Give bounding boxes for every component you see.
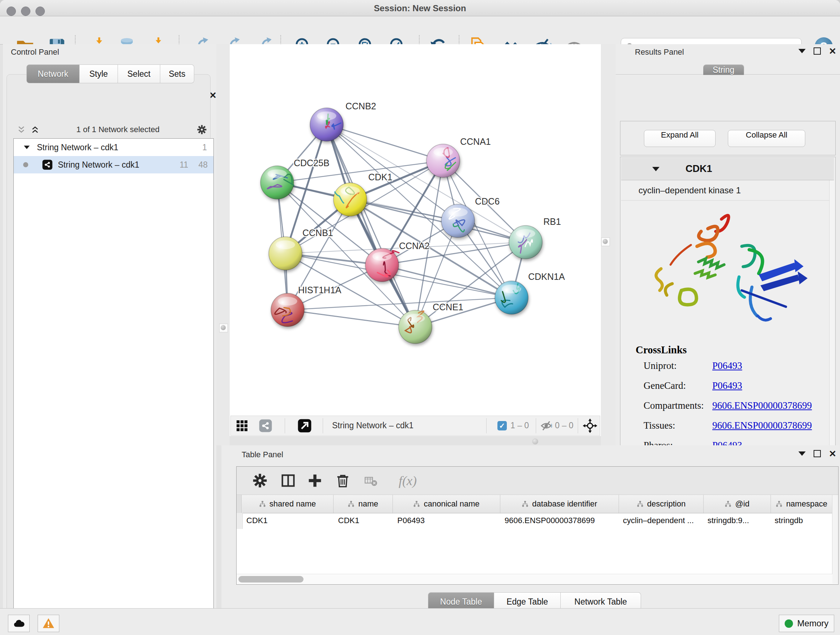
node-CDKN1A[interactable] (495, 281, 528, 314)
network-node-count: 11 (180, 160, 188, 170)
column-header-database-identifier[interactable]: database identifier (500, 495, 619, 513)
crosslink-link[interactable]: P06493 (712, 380, 742, 391)
tab-string[interactable]: String (703, 65, 744, 75)
network-collection-row[interactable]: String Network – cdk1 1 (14, 139, 213, 156)
crosslink-row: Tissues:9606.ENSP00000378699 (644, 416, 833, 435)
entry-expander-icon[interactable] (652, 167, 660, 171)
node-label-CCNA1: CCNA1 (460, 136, 491, 147)
selected-checkbox-icon[interactable]: ✓ (497, 421, 507, 431)
collapse-all-button[interactable]: Collapse All (728, 130, 805, 147)
edge-CCNB2-RB1[interactable] (327, 125, 526, 242)
column-header-shared-name[interactable]: shared name (242, 495, 333, 513)
column-header-description[interactable]: description (619, 495, 704, 513)
create-column-icon[interactable] (307, 472, 323, 489)
hidden-counts: 0 – 0 (555, 421, 573, 431)
table-cell[interactable]: 9606.ENSP00000378699 (501, 513, 619, 529)
tab-style[interactable]: Style (80, 65, 118, 83)
node-CDC25B[interactable] (261, 166, 294, 199)
entry-header[interactable]: CDK1 (621, 158, 834, 180)
node-CCNE1[interactable] (399, 310, 432, 344)
main-toolbar: ? (0, 16, 840, 44)
table-cell[interactable]: cyclin–dependent ... (619, 513, 704, 529)
column-header-canonical-name[interactable]: canonical name (393, 495, 500, 513)
node-gloss (516, 229, 535, 238)
edge-HIST1H1A-CCNE1[interactable] (287, 310, 415, 327)
tab-network[interactable]: Network (27, 65, 80, 83)
left-splitter[interactable] (216, 44, 230, 445)
separator (486, 418, 486, 433)
table-cell[interactable]: stringdb (771, 513, 832, 529)
node-CCNA1[interactable] (426, 144, 460, 177)
expand-all-button[interactable]: Expand All (644, 130, 715, 147)
results-entry-panel: CDK1 cyclin–dependent kinase 1 (620, 157, 836, 469)
node-CDK1[interactable] (333, 183, 367, 216)
table-row[interactable]: CDK1CDK1P064939606.ENSP00000378699cyclin… (237, 513, 832, 529)
column-header--id[interactable]: @id (704, 495, 771, 513)
network-canvas[interactable]: CCNB2CCNA1CDC25BCDK1CDC6RB1CCNB1CCNA2CDK… (230, 44, 601, 437)
edge-CCNB2-CCNA1[interactable] (327, 125, 443, 161)
table-cell[interactable]: CDK1 (243, 513, 335, 529)
panel-menu-icon[interactable] (798, 451, 806, 456)
right-splitter[interactable] (601, 44, 617, 445)
entry-description: cyclin–dependent kinase 1 (621, 180, 834, 201)
panel-close-icon[interactable]: ✕ (829, 450, 836, 457)
memory-button[interactable]: Memory (779, 615, 834, 632)
network-graph[interactable]: CCNB2CCNA1CDC25BCDK1CDC6RB1CCNB1CCNA2CDK… (230, 44, 601, 416)
network-row[interactable]: String Network – cdk1 11 48 (14, 156, 213, 173)
table-cell[interactable]: P06493 (393, 513, 501, 529)
table-panel: Table Panel ✕ f(x) shared namenamecanoni… (221, 445, 840, 608)
collapse-all-networks-icon[interactable] (17, 125, 26, 134)
right-splitter-handle[interactable] (601, 238, 610, 246)
node-label-CCNB1: CCNB1 (302, 228, 333, 238)
results-scrollbar[interactable] (829, 180, 835, 467)
show-columns-icon[interactable] (280, 472, 296, 489)
expand-all-networks-icon[interactable] (31, 125, 39, 134)
separator (578, 418, 578, 433)
node-CCNB2[interactable] (310, 108, 343, 141)
column-type-icon (413, 501, 420, 508)
open-in-window-icon[interactable] (297, 418, 312, 433)
grid-view-icon[interactable] (235, 419, 248, 432)
cloud-button[interactable] (8, 615, 30, 632)
scrollbar-thumb[interactable] (238, 576, 303, 583)
column-header-namespace[interactable]: namespace (771, 495, 832, 513)
node-gloss (276, 241, 295, 249)
crosslink-label: Tissues: (644, 420, 712, 431)
delete-column-trash-icon[interactable] (335, 472, 351, 489)
table-horizontal-scrollbar[interactable] (237, 574, 832, 584)
crosslink-link[interactable]: 9606.ENSP00000378699 (712, 400, 812, 411)
table-vertical-scrollbar[interactable] (832, 495, 838, 584)
share-view-icon[interactable] (259, 419, 272, 432)
node-CDC6[interactable] (441, 204, 475, 238)
node-CCNB1[interactable] (269, 237, 302, 270)
horizontal-splitter-handle[interactable] (532, 439, 538, 445)
column-header-name[interactable]: name (333, 495, 393, 513)
hidden-eye-icon[interactable] (540, 420, 552, 432)
table-cell[interactable]: CDK1 (335, 513, 394, 529)
edge-CCNB2-CCNE1[interactable] (327, 125, 415, 327)
node-RB1[interactable] (509, 226, 542, 259)
node-HIST1H1A[interactable] (271, 293, 304, 326)
entry-name: CDK1 (685, 163, 712, 174)
panel-menu-icon[interactable] (798, 49, 806, 53)
left-splitter-handle[interactable] (219, 324, 228, 333)
collection-expander-icon[interactable] (24, 146, 30, 149)
tab-select[interactable]: Select (118, 65, 160, 83)
row-header (237, 513, 243, 529)
crosslink-link[interactable]: P06493 (712, 360, 742, 371)
crosslink-link[interactable]: 9606.ENSP00000378699 (712, 420, 812, 431)
table-header-row: shared namenamecanonical namedatabase id… (237, 495, 832, 513)
table-cell[interactable]: stringdb:9... (704, 513, 771, 529)
panel-float-icon[interactable] (813, 48, 821, 55)
panel-close-icon[interactable]: ✕ (829, 48, 836, 55)
tab-sets[interactable]: Sets (160, 65, 194, 83)
node-CCNA2[interactable] (365, 249, 399, 282)
warning-button[interactable] (38, 615, 59, 632)
application-window: Session: New Session ? Control Panel (0, 0, 840, 635)
node-gloss (433, 148, 453, 157)
column-type-icon (637, 501, 644, 508)
panel-float-icon[interactable] (813, 450, 821, 457)
table-settings-gear-icon[interactable] (252, 472, 268, 489)
network-options-gear-icon[interactable] (196, 124, 207, 135)
move-crosshair-icon[interactable] (583, 418, 597, 433)
